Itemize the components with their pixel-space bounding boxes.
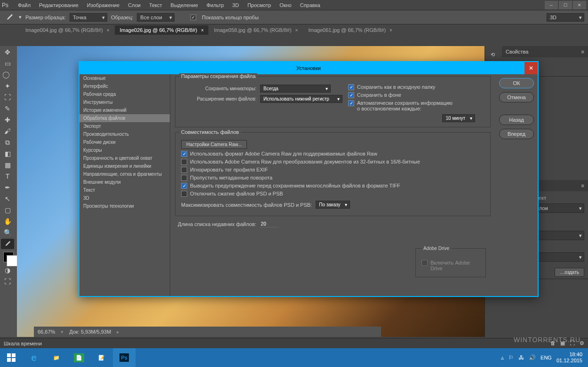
back-button[interactable]: Назад [499,115,534,125]
prefs-item-tech[interactable]: Просмотры технологии [79,202,170,210]
show-ring-checkbox[interactable] [191,15,196,20]
explorer-task-icon[interactable]: 📁 [45,348,68,367]
menu-3d[interactable]: 3D [229,1,243,9]
cancel-button[interactable]: Отмена [499,92,534,102]
doc-tab-1[interactable]: Image026.jpg @ 66,7% (RGB/8#)× [115,25,208,35]
ie-task-icon[interactable]: e [23,348,45,367]
type-tool-icon[interactable]: T [1,171,14,181]
ignore-exif-checkbox[interactable] [181,167,187,173]
eraser-tool-icon[interactable]: ◧ [1,148,14,159]
shape-tool-icon[interactable]: ▢ [1,205,14,215]
menu-text[interactable]: Текст [145,1,166,9]
panel-menu-icon[interactable]: ≡ [581,183,584,188]
close-icon[interactable]: × [201,28,204,33]
wordpad-task-icon[interactable]: 📝 [90,348,113,367]
hand-tool-icon[interactable]: ✋ [1,216,14,226]
doc-tab-3[interactable]: Image061.jpg @ 66,7% (RGB/8#)× [303,25,397,35]
crop-tool-icon[interactable]: ⛶ [1,92,14,102]
prefs-item-performance[interactable]: Производительность [79,130,170,138]
tray-up-icon[interactable]: ▵ [501,354,504,361]
create-3d-button[interactable]: …оздать [555,268,584,277]
tray-network-icon[interactable]: 🖧 [518,354,524,361]
menu-filter[interactable]: Фильтр [203,1,228,9]
thumbs-select[interactable]: Всегда [260,85,331,93]
foreground-color[interactable] [3,252,14,262]
ext-select[interactable]: Использовать нижний регистр [260,95,342,103]
close-icon[interactable]: × [107,28,110,33]
prefs-item-3d[interactable]: 3D [79,194,170,202]
zoom-value[interactable]: 66,67% [38,329,55,335]
use-raw-32-checkbox[interactable] [181,159,187,165]
menu-help[interactable]: Справка [296,1,324,9]
doc-tab-0[interactable]: Image004.jpg @ 66,7% (RGB/8#)× [21,25,114,35]
tray-flag-icon[interactable]: ⚐ [509,354,514,361]
use-raw-checkbox[interactable] [181,151,187,157]
close-button[interactable]: ✕ [573,1,586,9]
camera-raw-button[interactable]: Настройки Camera Raw... [181,140,247,149]
timeline-label[interactable]: Шкала времени [4,341,42,346]
tray-volume-icon[interactable]: 🔊 [529,354,536,361]
prefs-item-scratch[interactable]: Рабочие диски [79,138,170,146]
prefs-item-export[interactable]: Экспорт [79,122,170,130]
heal-tool-icon[interactable]: ✚ [1,115,14,125]
marquee-tool-icon[interactable]: ▭ [1,58,14,69]
ok-button[interactable]: ОК [499,78,534,88]
menu-view[interactable]: Просмотр [244,1,275,9]
disable-compress-checkbox[interactable] [181,191,187,197]
stamp-tool-icon[interactable]: ⧉ [1,137,14,148]
menu-window[interactable]: Окно [276,1,295,9]
quickmask-icon[interactable]: ◑ [1,265,14,275]
dialog-title-bar[interactable]: Установки ✕ [79,62,538,74]
maximize-select[interactable]: По заказу [316,201,350,209]
panel-header[interactable]: Свойства ≡ [502,46,588,57]
pen-tool-icon[interactable]: ✒ [1,182,14,193]
prefs-item-general[interactable]: Основные [79,74,170,82]
prefs-item-type[interactable]: Текст [79,186,170,194]
menu-select[interactable]: Выделение [167,1,202,9]
tray-clock[interactable]: 18:40 01.12.2015 [556,351,582,364]
tiff-warning-checkbox[interactable] [181,183,187,189]
prefs-item-transparency[interactable]: Прозрачность и цветовой охват [79,154,170,162]
sample-size-select[interactable]: Точка [70,13,107,22]
prefs-item-workspace[interactable]: Рабочая среда [79,90,170,98]
brush-tool-icon[interactable]: 🖌 [1,126,14,136]
dialog-close-button[interactable]: ✕ [524,62,538,74]
menu-file[interactable]: Файл [14,1,34,9]
minimize-button[interactable]: ─ [545,1,558,9]
panel-menu-icon[interactable]: ≡ [581,49,584,55]
prefs-item-interface[interactable]: Интерфейс [79,82,170,90]
sample-select[interactable]: Все слои [137,13,175,22]
photoshop-task-icon[interactable]: Ps [113,348,135,367]
menu-image[interactable]: Изображение [83,1,123,9]
prefs-item-tools[interactable]: Инструменты [79,98,170,106]
libreoffice-task-icon[interactable]: 📄 [68,348,90,367]
lasso-tool-icon[interactable]: ⃝ [1,70,14,80]
history-panel-icon[interactable]: ⟲ [486,48,499,61]
save-source-checkbox[interactable] [348,84,354,90]
zoom-tool-icon[interactable]: 🔍 [1,227,14,238]
mode-3d-select[interactable]: 3D [547,13,584,22]
autosave-checkbox[interactable] [348,100,354,106]
autosave-interval-select[interactable]: 10 минут [442,114,475,122]
prefs-item-units[interactable]: Единицы измерения и линейки [79,162,170,170]
save-bg-checkbox[interactable] [348,92,354,98]
prefs-item-guides[interactable]: Направляющие, сетка и фрагменты [79,170,170,178]
maximize-button[interactable]: ☐ [559,1,572,9]
gradient-tool-icon[interactable]: ▦ [1,160,14,170]
eyedropper-icon[interactable] [4,12,15,23]
forward-button[interactable]: Вперед [499,129,534,139]
doc-tab-2[interactable]: Image058.jpg @ 66,7% (RGB/8#)× [209,25,302,35]
menu-edit[interactable]: Редактирование [35,1,82,9]
skip-rotation-checkbox[interactable] [181,175,187,181]
close-icon[interactable]: × [389,28,392,33]
recent-count-input[interactable] [260,221,279,227]
prefs-item-history[interactable]: История изменений [79,106,170,114]
prefs-item-cursors[interactable]: Курсоры [79,146,170,154]
color-sampler-tool-icon[interactable] [1,239,14,249]
path-tool-icon[interactable]: ↖ [1,194,14,204]
menu-layers[interactable]: Слои [124,1,144,9]
start-button[interactable] [0,348,23,367]
screenmode-icon[interactable]: ⛶ [1,276,14,287]
prefs-item-plugins[interactable]: Внешние модули [79,178,170,186]
prefs-item-filehandling[interactable]: Обработка файлов [79,114,170,122]
